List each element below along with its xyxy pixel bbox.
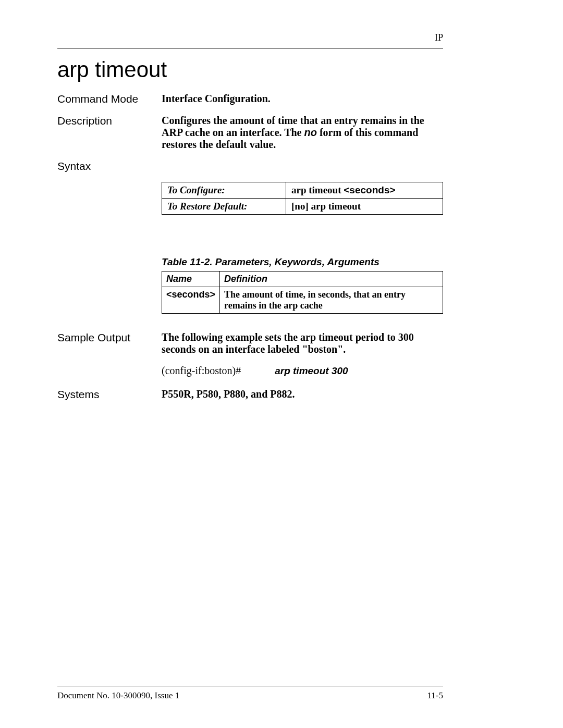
label-sample-output: Sample Output bbox=[57, 331, 162, 377]
label-syntax: Syntax bbox=[57, 160, 162, 172]
param-table: Name Definition <seconds> The amount of … bbox=[162, 271, 443, 314]
sample-output-line: (config-if:boston)# arp timeout 300 bbox=[162, 365, 443, 377]
syntax-table: To Configure: arp timeout <seconds> To R… bbox=[162, 182, 443, 215]
param-row: <seconds> The amount of time, in seconds… bbox=[162, 287, 443, 314]
param-header-row: Name Definition bbox=[162, 272, 443, 287]
syntax-label-restore: To Restore Default: bbox=[162, 199, 286, 215]
label-systems: Systems bbox=[57, 388, 162, 401]
footer-left: Document No. 10-300090, Issue 1 bbox=[57, 690, 179, 701]
sample-output-text: The following example sets the arp timeo… bbox=[162, 331, 443, 355]
value-sample-output: The following example sets the arp timeo… bbox=[162, 331, 443, 377]
page-title: arp timeout bbox=[57, 57, 167, 82]
value-command-mode: Interface Configuration. bbox=[162, 93, 443, 105]
row-description: Description Configures the amount of tim… bbox=[57, 115, 443, 151]
syntax-row-configure: To Configure: arp timeout <seconds> bbox=[162, 182, 443, 199]
rule-top bbox=[57, 48, 443, 48]
footer-right: 11-5 bbox=[427, 690, 443, 701]
row-sample-output: Sample Output The following example sets… bbox=[57, 331, 443, 377]
syntax-row-restore: To Restore Default: [no] arp timeout bbox=[162, 199, 443, 215]
row-command-mode: Command Mode Interface Configuration. bbox=[57, 93, 443, 105]
row-systems: Systems P550R, P580, P880, and P882. bbox=[57, 388, 443, 401]
syntax-value-restore: [no] arp timeout bbox=[286, 199, 443, 215]
page: IP arp timeout Command Mode Interface Co… bbox=[0, 0, 563, 728]
row-syntax: Syntax bbox=[57, 160, 443, 172]
param-name: <seconds> bbox=[162, 287, 220, 314]
syntax-cmd-arg: <seconds> bbox=[344, 184, 395, 195]
label-description: Description bbox=[57, 115, 162, 151]
body: Command Mode Interface Configuration. De… bbox=[57, 93, 443, 410]
value-systems: P550R, P580, P880, and P882. bbox=[162, 388, 443, 401]
param-definition: The amount of time, in seconds, that an … bbox=[220, 287, 443, 314]
chapter-label: IP bbox=[435, 32, 443, 43]
desc-no: no bbox=[304, 127, 317, 138]
syntax-label-configure: To Configure: bbox=[162, 182, 286, 199]
syntax-cmd-prefix: arp timeout bbox=[291, 184, 344, 195]
sample-output-command: arp timeout 300 bbox=[275, 365, 348, 376]
sample-output-prompt: (config-if:boston)# bbox=[162, 365, 241, 376]
value-syntax bbox=[162, 160, 443, 172]
param-header-definition: Definition bbox=[220, 272, 443, 287]
label-command-mode: Command Mode bbox=[57, 93, 162, 105]
value-description: Configures the amount of time that an en… bbox=[162, 115, 443, 151]
syntax-value-configure: arp timeout <seconds> bbox=[286, 182, 443, 199]
rule-bottom bbox=[57, 686, 443, 686]
param-table-caption: Table 11-2. Parameters, Keywords, Argume… bbox=[162, 256, 443, 268]
param-header-name: Name bbox=[162, 272, 220, 287]
